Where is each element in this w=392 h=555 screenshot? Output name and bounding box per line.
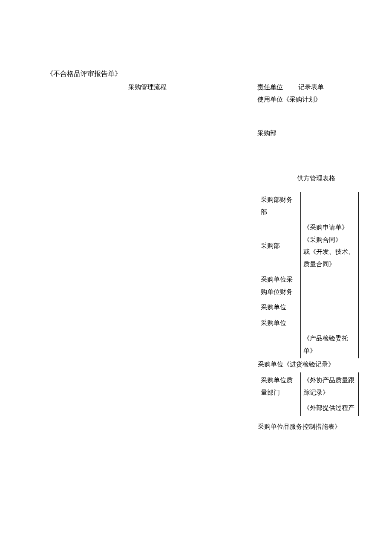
purchasing-unit-record: 采购单位《进货检验记录》	[258, 359, 334, 369]
table-responsibility-records-1: 采购部财务部 采购部 《采购申请单》 《采购合同》 或《开发、技术、质量合同》 …	[258, 192, 359, 358]
flow-title: 采购管理流程	[128, 82, 167, 92]
cell-left: 采购单位	[258, 299, 301, 315]
cell-right	[301, 299, 359, 315]
table-row: 采购单位质量部门 《外协产品质量跟踪记录》	[258, 372, 359, 400]
table-row: 采购单位	[258, 315, 359, 331]
cell-right: 《采购申请单》 《采购合同》 或《开发、技术、质量合同》	[301, 220, 359, 272]
footer-text: 采购单位品服务控制措施表》	[258, 421, 341, 432]
cell-right	[301, 192, 359, 220]
cell-left: 采购部	[258, 220, 301, 272]
usage-unit: 使用单位《采购计划》	[257, 94, 321, 105]
cell-left	[258, 400, 301, 416]
cell-right	[301, 272, 359, 299]
document-title: 《不合格品评审报告单》	[46, 68, 121, 79]
cell-right	[301, 315, 359, 331]
cell-left: 采购单位质量部门	[258, 372, 301, 400]
purchasing-dept: 采购部	[257, 128, 277, 138]
cell-right: 《产品检验委托单》	[301, 331, 359, 358]
table-row: 采购部 《采购申请单》 《采购合同》 或《开发、技术、质量合同》	[258, 220, 359, 272]
table-row: 采购单位	[258, 299, 359, 315]
cell-left: 采购单位采购单位财务	[258, 272, 301, 299]
cell-left	[258, 331, 301, 358]
table-row: 《产品检验委托单》	[258, 331, 359, 358]
table-row: 《外部提供过程产	[258, 400, 359, 416]
table-responsibility-records-2: 采购单位质量部门 《外协产品质量跟踪记录》 《外部提供过程产	[258, 372, 359, 416]
supplier-table-title: 供方管理表格	[297, 173, 335, 183]
header-right: 责任单位记录表单	[257, 82, 324, 92]
cell-right: 《外协产品质量跟踪记录》	[301, 372, 359, 400]
responsibility-label: 责任单位	[257, 84, 283, 90]
table-row: 采购单位采购单位财务	[258, 272, 359, 299]
cell-left: 采购部财务部	[258, 192, 301, 220]
table-row: 采购部财务部	[258, 192, 359, 220]
cell-right: 《外部提供过程产	[301, 400, 359, 416]
cell-left: 采购单位	[258, 315, 301, 331]
record-form-label: 记录表单	[298, 84, 324, 90]
